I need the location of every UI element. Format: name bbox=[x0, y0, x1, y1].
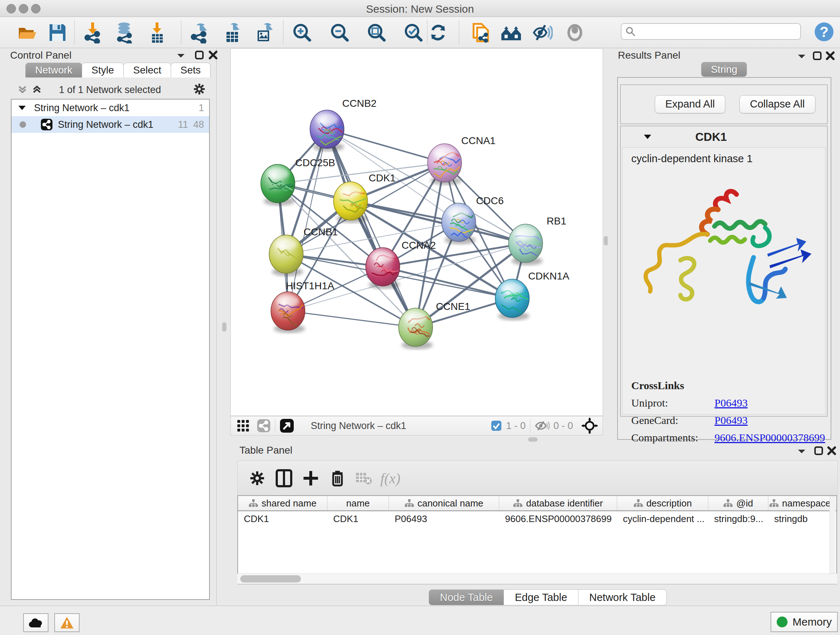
expand-all-button[interactable]: Expand All bbox=[655, 95, 725, 113]
collection-expand-icon[interactable] bbox=[18, 105, 26, 111]
table-horizontal-scrollbar[interactable] bbox=[237, 573, 837, 584]
bottom-splitter-handle[interactable] bbox=[528, 437, 538, 442]
search-input[interactable] bbox=[636, 26, 789, 38]
table-header-row: shared namenamecanonical namedatabase id… bbox=[238, 496, 836, 511]
network-row[interactable]: String Network – cdk1 11 48 bbox=[11, 116, 209, 133]
tab-string[interactable]: String bbox=[701, 62, 747, 77]
float-panel-icon[interactable] bbox=[797, 448, 806, 455]
network-share-view-icon[interactable] bbox=[257, 419, 271, 432]
edge-CCNB2-CCNE1[interactable] bbox=[327, 129, 416, 327]
zoom-selected-region-icon[interactable] bbox=[403, 22, 424, 43]
results-panel-tabs: String bbox=[701, 62, 747, 77]
import-network-from-file-icon[interactable] bbox=[82, 22, 103, 43]
edge-HIST1H1A-CCNE1[interactable] bbox=[288, 311, 416, 327]
table-cell[interactable]: P06493 bbox=[389, 513, 499, 524]
node-CCNB2[interactable]: CCNB2 bbox=[310, 98, 377, 151]
table-options-gear-icon[interactable] bbox=[246, 467, 268, 489]
memory-button[interactable]: Memory bbox=[771, 612, 838, 632]
node-CCNE1[interactable]: CCNE1 bbox=[399, 301, 470, 349]
crosslink-link[interactable]: P06493 bbox=[714, 397, 748, 409]
birds-eye-view-icon[interactable] bbox=[279, 418, 294, 433]
create-column-icon[interactable] bbox=[300, 467, 322, 489]
close-panel-icon[interactable] bbox=[826, 51, 835, 60]
control-panel-title: Control Panel bbox=[10, 50, 72, 61]
network-graph[interactable]: CCNB2CCNA1CDC25BCDK1CDC6RB1CCNB1CCNA2CDK… bbox=[231, 49, 603, 416]
float-panel-icon[interactable] bbox=[797, 53, 806, 60]
table-cell[interactable]: stringdb bbox=[768, 513, 832, 524]
search-field[interactable] bbox=[621, 23, 801, 40]
tab-edge-table[interactable]: Edge Table bbox=[504, 589, 578, 605]
left-splitter-handle[interactable] bbox=[222, 322, 226, 332]
scrollbar-thumb[interactable] bbox=[240, 575, 301, 583]
refresh-network-view-icon[interactable] bbox=[428, 22, 448, 43]
column-header-description[interactable]: description bbox=[617, 496, 708, 510]
close-panel-icon[interactable] bbox=[208, 50, 218, 60]
tab-select[interactable]: Select bbox=[123, 63, 171, 78]
column-header-database-identifier[interactable]: database identifier bbox=[499, 496, 617, 510]
export-network-to-file-icon[interactable] bbox=[188, 22, 209, 43]
show-columns-icon[interactable] bbox=[273, 467, 295, 489]
toggle-highlight-icon[interactable] bbox=[564, 22, 585, 43]
export-image-icon[interactable] bbox=[253, 22, 274, 43]
delete-column-icon[interactable] bbox=[327, 467, 348, 489]
memory-label: Memory bbox=[793, 616, 832, 628]
tab-network[interactable]: Network bbox=[25, 63, 82, 78]
column-header-shared-name[interactable]: shared name bbox=[238, 496, 327, 510]
table-cell[interactable]: CDK1 bbox=[327, 513, 389, 524]
save-session-icon[interactable] bbox=[47, 22, 68, 43]
first-neighbors-icon[interactable] bbox=[501, 22, 522, 43]
gene-section-header[interactable]: CDK1 bbox=[621, 126, 827, 147]
network-view-canvas[interactable]: CCNB2CCNA1CDC25BCDK1CDC6RB1CCNB1CCNA2CDK… bbox=[231, 48, 603, 416]
export-table-to-file-icon[interactable] bbox=[221, 22, 242, 43]
network-status-dot bbox=[19, 121, 26, 128]
tab-style[interactable]: Style bbox=[82, 63, 124, 78]
network-collection-row[interactable]: String Network – cdk1 1 bbox=[11, 100, 209, 116]
edge-CCNB2-CCNA1[interactable] bbox=[327, 129, 445, 163]
import-table-from-file-icon[interactable] bbox=[146, 22, 167, 43]
import-network-from-database-icon[interactable] bbox=[114, 22, 134, 43]
node-HIST1H1A[interactable]: HIST1H1A bbox=[271, 280, 334, 333]
column-header-canonical-name[interactable]: canonical name bbox=[389, 496, 499, 510]
network-options-gear-icon[interactable] bbox=[193, 83, 205, 95]
column-header-namespace[interactable]: namespace bbox=[768, 496, 832, 510]
node-CDKN1A[interactable]: CDKN1A bbox=[495, 271, 569, 320]
crosslink-link[interactable]: P06493 bbox=[714, 414, 748, 426]
crosslink-link[interactable]: 9606.ENSP00000378699 bbox=[714, 432, 825, 443]
column-type-icon bbox=[248, 499, 258, 508]
zoom-in-icon[interactable] bbox=[292, 22, 313, 43]
node-RB1[interactable]: RB1 bbox=[508, 215, 566, 265]
help-button[interactable]: ? bbox=[815, 22, 834, 41]
table-cell[interactable]: CDK1 bbox=[238, 513, 327, 524]
tab-sets[interactable]: Sets bbox=[171, 63, 210, 78]
table-cell[interactable]: cyclin-dependent ... bbox=[617, 513, 708, 524]
clone-network-icon[interactable] bbox=[470, 22, 491, 43]
zoom-out-icon[interactable] bbox=[329, 22, 350, 43]
cloud-status-button[interactable] bbox=[23, 613, 49, 632]
gene-collapse-icon[interactable] bbox=[643, 134, 652, 140]
table-row[interactable]: CDK1CDK1P064939606.ENSP00000378699cyclin… bbox=[238, 511, 836, 526]
table-cell[interactable]: 9606.ENSP00000378699 bbox=[499, 513, 617, 524]
show-hide-graphics-details-icon[interactable] bbox=[532, 22, 553, 43]
float-panel-icon[interactable] bbox=[177, 52, 185, 59]
warning-icon bbox=[60, 616, 74, 629]
hidden-eye-icon[interactable] bbox=[535, 420, 550, 431]
table-vertical-scrollbar[interactable] bbox=[829, 496, 836, 584]
warning-status-button[interactable] bbox=[54, 613, 80, 632]
node-CDC6[interactable]: CDC6 bbox=[442, 195, 504, 244]
undock-panel-icon[interactable] bbox=[195, 50, 204, 60]
grid-view-icon[interactable] bbox=[237, 419, 249, 432]
undock-panel-icon[interactable] bbox=[814, 446, 823, 455]
fit-selected-crosshair-icon[interactable] bbox=[582, 418, 598, 434]
close-panel-icon[interactable] bbox=[827, 446, 836, 455]
tab-node-table[interactable]: Node Table bbox=[429, 589, 504, 605]
column-header-@id[interactable]: @id bbox=[708, 496, 768, 510]
zoom-fit-content-icon[interactable] bbox=[366, 22, 387, 43]
node-CCNA1[interactable]: CCNA1 bbox=[428, 135, 496, 185]
tab-network-table[interactable]: Network Table bbox=[578, 589, 667, 605]
table-cell[interactable]: stringdb:9... bbox=[708, 513, 768, 524]
collapse-all-button[interactable]: Collapse All bbox=[739, 95, 815, 113]
selected-checkbox-icon[interactable] bbox=[491, 420, 502, 431]
column-header-name[interactable]: name bbox=[327, 496, 389, 510]
undock-panel-icon[interactable] bbox=[813, 51, 822, 60]
open-session-icon[interactable] bbox=[17, 22, 38, 43]
